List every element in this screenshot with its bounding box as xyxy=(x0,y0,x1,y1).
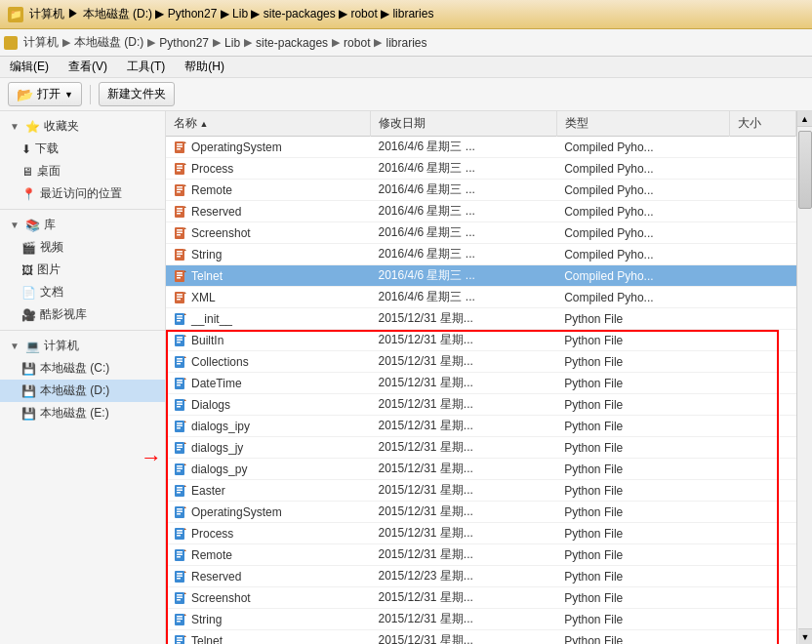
svg-rect-81 xyxy=(177,487,183,489)
file-size xyxy=(730,287,796,308)
table-row[interactable]: Telnet 2015/12/31 星期... Python File xyxy=(166,630,796,645)
file-type: Python File xyxy=(556,351,730,373)
svg-marker-54 xyxy=(184,356,186,358)
menu-view[interactable]: 查看(V) xyxy=(62,57,113,77)
table-row[interactable]: Remote 2015/12/31 星期... Python File xyxy=(166,544,796,566)
svg-marker-19 xyxy=(184,206,186,208)
sidebar-item-drive-c[interactable]: 💾 本地磁盘 (C:) xyxy=(0,357,165,380)
address-part-4[interactable]: Lib xyxy=(224,36,240,50)
table-row[interactable]: __init__ 2015/12/31 星期... Python File xyxy=(166,308,796,330)
sidebar-item-favorites[interactable]: ▼ ⭐ 收藏夹 xyxy=(0,115,165,138)
scrollbar-up[interactable]: ▲ xyxy=(797,111,812,127)
table-row[interactable]: BuiltIn 2015/12/31 星期... Python File xyxy=(166,330,796,351)
svg-rect-38 xyxy=(177,299,181,301)
sidebar-item-recent[interactable]: 📍 最近访问的位置 xyxy=(0,182,165,205)
table-row[interactable]: Screenshot 2016/4/6 星期三 ... Compiled Pyh… xyxy=(166,222,796,244)
toolbar: 📂 打开 ▼ 新建文件夹 xyxy=(0,78,812,111)
table-row[interactable]: Reserved 2015/12/23 星期... Python File xyxy=(166,566,796,587)
file-name: OperatingSystem xyxy=(191,505,282,519)
column-size[interactable]: 大小 xyxy=(730,111,796,137)
menu-edit[interactable]: 编辑(E) xyxy=(4,57,55,77)
sidebar-docs-icon: 📄 xyxy=(21,286,36,300)
table-row[interactable]: dialogs_py 2015/12/31 星期... Python File xyxy=(166,459,796,480)
file-name: Telnet xyxy=(191,269,223,283)
table-row[interactable]: XML 2016/4/6 星期三 ... Compiled Pyho... xyxy=(166,287,796,308)
sidebar-item-drive-e[interactable]: 💾 本地磁盘 (E:) xyxy=(0,402,165,424)
svg-marker-74 xyxy=(184,442,186,444)
svg-rect-43 xyxy=(177,320,181,322)
file-list-scroll[interactable]: 名称 修改日期 类型 大小 OperatingSystem 2016/4/6 星… xyxy=(166,111,812,644)
sidebar-docs-label: 文档 xyxy=(40,284,63,301)
open-dropdown-icon[interactable]: ▼ xyxy=(64,90,73,100)
svg-rect-13 xyxy=(177,191,181,193)
toolbar-separator xyxy=(90,85,91,104)
file-type: Python File xyxy=(556,609,730,630)
table-row[interactable]: dialogs_jy 2015/12/31 星期... Python File xyxy=(166,437,796,459)
table-row[interactable]: String 2016/4/6 星期三 ... Compiled Pyho... xyxy=(166,244,796,265)
address-part-6[interactable]: robot xyxy=(344,36,370,50)
scrollbar-thumb[interactable] xyxy=(798,131,812,209)
file-name: dialogs_jy xyxy=(191,441,243,455)
sidebar-item-computer[interactable]: ▼ 💻 计算机 xyxy=(0,335,165,357)
table-row[interactable]: Process 2016/4/6 星期三 ... Compiled Pyho..… xyxy=(166,158,796,180)
table-row[interactable]: Collections 2015/12/31 星期... Python File xyxy=(166,351,796,373)
new-folder-button[interactable]: 新建文件夹 xyxy=(99,82,175,106)
table-row[interactable]: Telnet 2016/4/6 星期三 ... Compiled Pyho... xyxy=(166,265,796,287)
column-name[interactable]: 名称 xyxy=(166,111,370,137)
svg-rect-97 xyxy=(177,553,183,555)
file-modified: 2015/12/31 星期... xyxy=(370,308,556,330)
table-row[interactable]: DateTime 2015/12/31 星期... Python File xyxy=(166,373,796,394)
table-row[interactable]: Dialogs 2015/12/31 星期... Python File xyxy=(166,394,796,416)
file-name: Reserved xyxy=(191,570,241,584)
table-row[interactable]: Process 2015/12/31 星期... Python File xyxy=(166,523,796,544)
open-button[interactable]: 📂 打开 ▼ xyxy=(8,82,82,106)
address-part-1[interactable]: 计算机 xyxy=(23,34,59,51)
svg-rect-116 xyxy=(177,637,183,639)
menu-help[interactable]: 帮助(H) xyxy=(179,57,230,77)
sidebar-item-downloads[interactable]: ⬇ 下载 xyxy=(0,138,165,160)
scrollbar-down[interactable]: ▼ xyxy=(798,628,812,644)
file-name: Remote xyxy=(191,548,232,562)
file-type: Python File xyxy=(556,373,730,394)
column-type[interactable]: 类型 xyxy=(556,111,730,137)
table-row[interactable]: Remote 2016/4/6 星期三 ... Compiled Pyho... xyxy=(166,180,796,201)
file-name-cell: String xyxy=(166,244,370,265)
address-part-5[interactable]: site-packages xyxy=(256,36,328,50)
table-row[interactable]: Screenshot 2015/12/31 星期... Python File xyxy=(166,587,796,609)
file-type: Python File xyxy=(556,630,730,645)
sidebar-item-drive-d[interactable]: 💾 本地磁盘 (D:) xyxy=(0,380,165,402)
file-modified: 2015/12/31 星期... xyxy=(370,373,556,394)
sidebar-recent-label: 最近访问的位置 xyxy=(40,185,122,202)
file-table: 名称 修改日期 类型 大小 OperatingSystem 2016/4/6 星… xyxy=(166,111,796,644)
menu-tools[interactable]: 工具(T) xyxy=(121,57,171,77)
address-part-3[interactable]: Python27 xyxy=(159,36,209,50)
svg-rect-112 xyxy=(177,618,183,620)
table-row[interactable]: String 2015/12/31 星期... Python File xyxy=(166,609,796,630)
table-row[interactable]: dialogs_ipy 2015/12/31 星期... Python File xyxy=(166,416,796,437)
table-row[interactable]: Reserved 2016/4/6 星期三 ... Compiled Pyho.… xyxy=(166,201,796,222)
address-part-2[interactable]: 本地磁盘 (D:) xyxy=(74,34,143,51)
sidebar-item-desktop[interactable]: 🖥 桌面 xyxy=(0,160,165,182)
svg-rect-96 xyxy=(177,551,183,553)
folder-icon: 📁 xyxy=(8,7,23,22)
file-name: Screenshot xyxy=(191,226,251,240)
menu-bar: 编辑(E) 查看(V) 工具(T) 帮助(H) xyxy=(0,57,812,78)
scrollbar[interactable]: ▲ ▼ xyxy=(796,111,812,644)
table-row[interactable]: OperatingSystem 2016/4/6 星期三 ... Compile… xyxy=(166,137,796,158)
address-part-7[interactable]: libraries xyxy=(386,36,426,50)
svg-rect-3 xyxy=(177,148,181,150)
svg-marker-24 xyxy=(184,227,186,229)
table-row[interactable]: Easter 2015/12/31 星期... Python File xyxy=(166,480,796,502)
sidebar-item-coolmedia[interactable]: 🎥 酷影视库 xyxy=(0,303,165,326)
sidebar-item-docs[interactable]: 📄 文档 xyxy=(0,281,165,303)
column-modified[interactable]: 修改日期 xyxy=(370,111,556,137)
file-area: 名称 修改日期 类型 大小 OperatingSystem 2016/4/6 星… xyxy=(166,111,812,644)
sidebar-item-pictures[interactable]: 🖼 图片 xyxy=(0,259,165,281)
sidebar-drive-e-icon: 💾 xyxy=(21,407,36,421)
svg-rect-1 xyxy=(177,143,183,145)
sidebar-item-library[interactable]: ▼ 📚 库 xyxy=(0,214,165,236)
sidebar-downloads-label: 下载 xyxy=(35,141,59,157)
table-row[interactable]: OperatingSystem 2015/12/31 星期... Python … xyxy=(166,502,796,523)
svg-marker-64 xyxy=(184,399,186,401)
sidebar-item-video[interactable]: 🎬 视频 xyxy=(0,236,165,259)
